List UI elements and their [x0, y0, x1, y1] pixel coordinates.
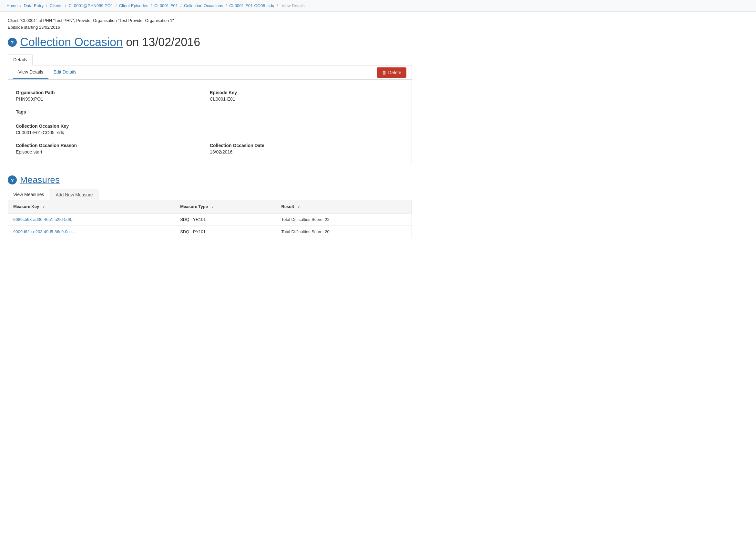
breadcrumb-client-episodes[interactable]: Client Episodes [119, 3, 148, 8]
episode-key-value: CL0001-E01 [210, 96, 404, 102]
col-measure-key-sort-icon: ∨ [42, 205, 45, 209]
page-title-section: ? Collection Occasion on 13/02/2016 [8, 35, 412, 49]
row1-measure-key-link[interactable]: 9689cb68-ad36-46a1-a2fd-5d8... [13, 217, 75, 222]
row1-measure-key: 9689cb68-ad36-46a1-a2fd-5d8... [8, 213, 175, 226]
collection-occasion-key-value: CL0001-E01-CO05_sdq [16, 130, 404, 135]
breadcrumb-current: View Details [282, 3, 305, 8]
main-content: Client "CL0001" at PHN "Test PHN", Provi… [0, 12, 420, 245]
episode-key-label: Episode Key [210, 90, 404, 95]
tab-view-measures[interactable]: View Measures [8, 189, 50, 200]
field-organisation-path: Organisation Path PHN999:PO1 [16, 86, 210, 106]
measures-section-title[interactable]: Measures [20, 175, 60, 185]
details-tab-nav: Details [8, 54, 412, 65]
row2-result: Total Difficulties Score: 20 [276, 226, 412, 238]
field-episode-key: Episode Key CL0001-E01 [210, 86, 404, 106]
details-body: Organisation Path PHN999:PO1 Episode Key… [8, 80, 412, 165]
col-measure-key-label: Measure Key [13, 204, 39, 209]
row1-result: Total Difficulties Score: 22 [276, 213, 412, 226]
page-title-suffix: on 13/02/2016 [126, 35, 200, 49]
col-measure-key[interactable]: Measure Key ∨ [8, 200, 175, 213]
row2-measure-type: SDQ - PY101 [175, 226, 276, 238]
episode-info: Episode starting 13/02/2016 [8, 25, 412, 30]
tab-add-new-measure[interactable]: Add New Measure [50, 189, 98, 200]
breadcrumb-client-id[interactable]: CL0001@PHN999:PO1 [68, 3, 113, 8]
measures-table: Measure Key ∨ Measure Type ∨ Result ∨ [8, 200, 412, 238]
trash-icon: 🗑 [382, 70, 386, 75]
breadcrumb-episode-id[interactable]: CL0001-E01 [154, 3, 178, 8]
collection-occasion-date-value: 13/02/2016 [210, 149, 404, 154]
collection-occasion-reason-value: Episode start [16, 149, 210, 154]
row2-measure-key-link[interactable]: 9009d82c-e203-49d5-86c9-0cc... [13, 229, 75, 234]
page-title-link[interactable]: Collection Occasion [20, 35, 123, 49]
delete-button[interactable]: 🗑 Delete [377, 67, 407, 78]
collection-occasion-reason-label: Collection Occasion Reason [16, 143, 210, 148]
tab-details[interactable]: Details [8, 54, 33, 65]
breadcrumb-co-id[interactable]: CL0001-E01-CO05_sdq [229, 3, 274, 8]
details-sub-nav: View Details Edit Details 🗑 Delete [8, 65, 412, 80]
details-panel: View Details Edit Details 🗑 Delete Organ… [8, 65, 412, 165]
breadcrumb-data-entry[interactable]: Data Entry [24, 3, 44, 8]
measures-table-header: Measure Key ∨ Measure Type ∨ Result ∨ [8, 200, 412, 213]
measures-title-row: ? Measures [8, 175, 412, 185]
col-result[interactable]: Result ∨ [276, 200, 412, 213]
breadcrumb-collection-occasions[interactable]: Collection Occasions [184, 3, 223, 8]
col-measure-type[interactable]: Measure Type ∨ [175, 200, 276, 213]
organisation-path-value: PHN999:PO1 [16, 96, 210, 102]
breadcrumb-clients[interactable]: Clients [50, 3, 63, 8]
organisation-path-label: Organisation Path [16, 90, 210, 95]
details-grid: Organisation Path PHN999:PO1 Episode Key… [16, 86, 404, 158]
col-result-sort-icon: ∨ [297, 205, 300, 209]
breadcrumb: Home / Data Entry / Clients / CL0001@PHN… [0, 0, 756, 12]
measures-help-icon[interactable]: ? [8, 176, 17, 184]
col-result-label: Result [281, 204, 294, 209]
col-measure-type-sort-icon: ∨ [211, 205, 214, 209]
client-info: Client "CL0001" at PHN "Test PHN", Provi… [8, 18, 412, 23]
collection-occasion-help-icon[interactable]: ? [8, 38, 17, 47]
measures-table-wrapper: Measure Key ∨ Measure Type ∨ Result ∨ [8, 200, 412, 238]
field-collection-occasion-date: Collection Occasion Date 13/02/2016 [210, 139, 404, 158]
col-measure-type-label: Measure Type [180, 204, 208, 209]
breadcrumb-home[interactable]: Home [7, 3, 18, 8]
details-sub-nav-links: View Details Edit Details [13, 65, 82, 79]
collection-occasion-date-label: Collection Occasion Date [210, 143, 404, 148]
sub-nav-view-details[interactable]: View Details [13, 65, 49, 79]
row2-measure-key: 9009d82c-e203-49d5-86c9-0cc... [8, 226, 175, 238]
delete-button-label: Delete [388, 70, 401, 75]
tags-label: Tags [16, 109, 404, 115]
sub-nav-edit-details[interactable]: Edit Details [49, 65, 82, 79]
field-collection-occasion-reason: Collection Occasion Reason Episode start [16, 139, 210, 158]
collection-occasion-key-label: Collection Occasion Key [16, 123, 404, 129]
field-collection-occasion-key: Collection Occasion Key CL0001-E01-CO05_… [16, 120, 404, 139]
table-row: 9689cb68-ad36-46a1-a2fd-5d8... SDQ - YR1… [8, 213, 412, 226]
measures-table-body: 9689cb68-ad36-46a1-a2fd-5d8... SDQ - YR1… [8, 213, 412, 238]
table-row: 9009d82c-e203-49d5-86c9-0cc... SDQ - PY1… [8, 226, 412, 238]
field-tags: Tags [16, 106, 404, 120]
measures-tab-nav: View Measures Add New Measure [8, 189, 412, 200]
row1-measure-type: SDQ - YR101 [175, 213, 276, 226]
